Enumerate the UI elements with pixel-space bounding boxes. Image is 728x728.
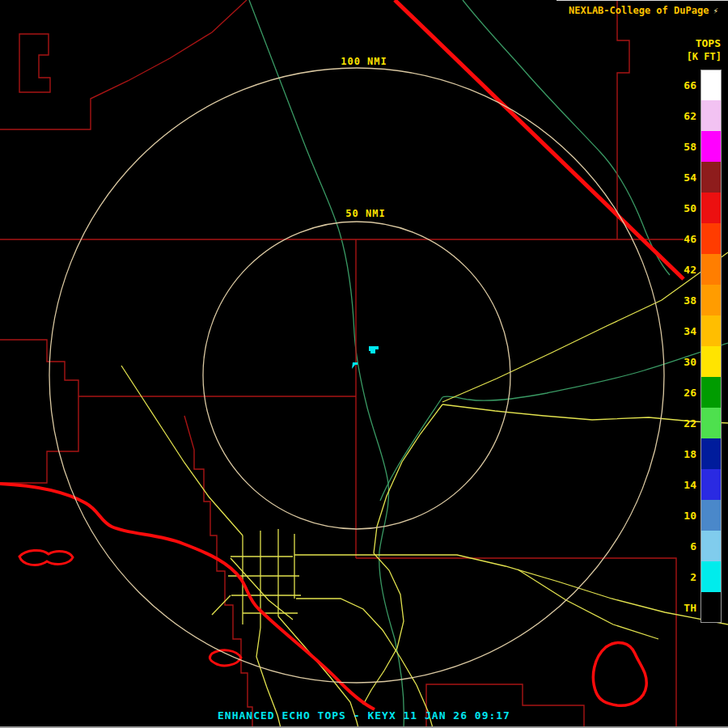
legend-row: 14: [649, 469, 722, 500]
radar-site-marker: [352, 362, 358, 369]
legend-color-swatch: [700, 377, 722, 408]
legend-title: TOPS: [649, 37, 722, 49]
legend-value-label: 42: [684, 264, 696, 276]
road-line: [374, 404, 442, 553]
legend-color-swatch: [700, 531, 722, 561]
legend-color-swatch: [700, 592, 722, 623]
legend-color-swatch: [700, 408, 722, 438]
legend-value-label: 14: [684, 479, 696, 491]
legend-value-label: 2: [690, 571, 696, 583]
legend-row: 50: [649, 193, 722, 223]
county-borders-layer: [0, 0, 684, 728]
road-line: [296, 599, 433, 728]
legend-value-label: 6: [690, 540, 696, 552]
legend-value-label: 54: [684, 171, 696, 184]
county-line: [0, 0, 247, 129]
legend-color-swatch: [700, 223, 722, 254]
road-line: [121, 366, 243, 535]
legend-row: 18: [649, 438, 722, 469]
legend-color-swatch: [700, 561, 722, 592]
legend-row: 62: [649, 100, 722, 131]
state-border-line: [395, 0, 684, 279]
range-ring-50nmi: [203, 222, 510, 529]
legend-row: 10: [649, 500, 722, 531]
legend-value-label: 26: [684, 387, 696, 399]
legend-color-swatch: [700, 131, 722, 162]
river-line: [249, 0, 404, 728]
legend-color-swatch: [700, 315, 722, 346]
legend-row: 34: [649, 315, 722, 346]
legend-entries: 66 62 58 54 50 46 42 38 34 30 26: [649, 70, 722, 623]
legend-row: 26: [649, 377, 722, 408]
range-ring-100nmi: [49, 68, 664, 683]
legend-row: 58: [649, 131, 722, 162]
legend-value-label: 50: [684, 202, 696, 214]
legend-color-swatch: [700, 100, 722, 131]
legend-row: TH: [649, 592, 722, 623]
radar-map: 100 NMI 50 NMI: [0, 0, 728, 728]
legend-value-label: 46: [684, 233, 696, 245]
legend-value-label: 30: [684, 356, 696, 368]
legend-row: 6: [649, 531, 722, 561]
legend-value-label: 10: [684, 510, 696, 522]
major-boundary-layer: [0, 0, 684, 709]
county-line: [617, 0, 629, 239]
legend-color-swatch: [700, 162, 722, 193]
legend-color-swatch: [700, 500, 722, 531]
legend-units: [K FT]: [649, 51, 722, 62]
legend-row: 54: [649, 162, 722, 193]
product-caption: ENHANCED ECHO TOPS - KEYX 11 JAN 26 09:1…: [0, 709, 728, 722]
legend-value-label: 58: [684, 141, 696, 153]
major-boundary-line: [0, 484, 375, 709]
echo-region: [369, 346, 379, 353]
legend-color-swatch: [700, 254, 722, 285]
legend-row: 22: [649, 408, 722, 438]
attribution-text: NEXLAB-College of DuPage: [569, 5, 709, 16]
cod-logo-icon: ⚡: [713, 6, 718, 16]
county-enclave: [19, 34, 50, 92]
legend-color-swatch: [700, 346, 722, 377]
legend-value-label: 18: [684, 448, 696, 460]
legend-value-label: 38: [684, 294, 696, 307]
range-rings: [49, 68, 664, 683]
legend-value-label: 34: [684, 325, 696, 337]
radar-display: 100 NMI 50 NMI NEXLAB-College of DuPage …: [0, 0, 728, 728]
legend-value-label: 62: [684, 110, 696, 122]
attribution: NEXLAB-College of DuPage ⚡: [569, 5, 718, 16]
legend-value-label: 22: [684, 417, 696, 430]
river-line: [380, 397, 442, 501]
lake-outline: [19, 550, 73, 565]
outer-ring-label: 100 NMI: [341, 56, 387, 67]
legend-color-swatch: [700, 70, 722, 100]
inner-ring-label: 50 NMI: [345, 208, 385, 219]
legend-value-label: 66: [684, 79, 696, 91]
window-edge-artifact-top: [557, 0, 728, 1]
legend-color-swatch: [700, 469, 722, 500]
lake-outline: [593, 642, 646, 705]
legend-color-swatch: [700, 438, 722, 469]
legend-row: 42: [649, 254, 722, 285]
legend-value-label: TH: [684, 602, 696, 614]
legend-row: 46: [649, 223, 722, 254]
legend-row: 66: [649, 70, 722, 100]
legend-row: 2: [649, 561, 722, 592]
legend-row: 30: [649, 346, 722, 377]
legend-color-swatch: [700, 285, 722, 315]
legend-row: 38: [649, 285, 722, 315]
echo-tops-legend: TOPS [K FT] 66 62 58 54 50 46 42 38 34 3: [649, 37, 722, 623]
county-line: [0, 340, 78, 483]
road-line: [518, 569, 658, 639]
legend-color-swatch: [700, 193, 722, 223]
